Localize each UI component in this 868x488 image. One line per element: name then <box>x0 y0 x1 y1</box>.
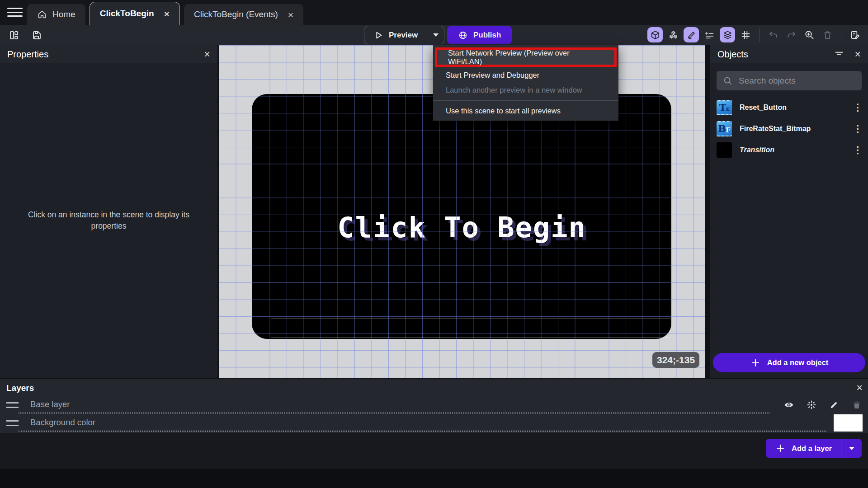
add-layer-button-group: Add a layer <box>766 439 862 458</box>
layers-panel-icon[interactable] <box>720 27 735 42</box>
preview-options-menu: Start Network Preview (Preview over WiFi… <box>433 45 618 121</box>
close-tab-icon[interactable]: × <box>288 10 293 19</box>
layers-panel: Layers × Base layer <box>0 379 868 433</box>
add-layer-label: Add a layer <box>792 444 832 453</box>
globe-icon <box>458 30 468 40</box>
object-name: Reset_Button <box>740 103 787 112</box>
search-icon <box>723 76 733 86</box>
object-name: FireRateStat_Bitmap <box>740 125 811 133</box>
click-to-begin-text-object[interactable]: Click To Begin <box>337 211 586 244</box>
layer-effects-icon[interactable] <box>806 399 817 411</box>
plus-icon <box>775 443 786 454</box>
3d-view-toggle-icon[interactable] <box>647 27 663 42</box>
toolbar-divider <box>841 28 841 42</box>
tab-home[interactable]: Home <box>27 4 85 25</box>
cursor-coordinates-badge: 324;-135 <box>652 352 699 368</box>
tab-label: Home <box>52 9 75 19</box>
preview-button[interactable]: Preview <box>364 26 427 44</box>
add-layer-button[interactable]: Add a layer <box>766 439 841 458</box>
object-options-icon[interactable]: ⋮ <box>853 102 863 113</box>
menu-divider <box>433 100 618 101</box>
tab-label: ClickToBegin (Events) <box>194 9 278 19</box>
chevron-down-icon <box>849 447 854 450</box>
sprite-object-icon <box>717 142 732 158</box>
menu-item-launch-another-preview: Launch another preview in a new window <box>433 83 618 98</box>
add-layer-options-button[interactable] <box>841 439 862 458</box>
search-input[interactable] <box>739 76 855 86</box>
layers-panel-footer: Add a layer <box>0 433 868 469</box>
save-icon[interactable] <box>30 28 43 42</box>
delete-trash-icon[interactable] <box>820 27 835 42</box>
close-objects-icon[interactable]: × <box>855 49 861 60</box>
object-row-fireratestat-bitmap[interactable]: BF FireRateStat_Bitmap ⋮ <box>710 118 868 139</box>
object-options-icon[interactable]: ⋮ <box>853 123 863 134</box>
object-row-reset-button[interactable]: Tx Reset_Button ⋮ <box>710 97 868 118</box>
close-properties-icon[interactable]: × <box>204 49 210 60</box>
instance-selection-rect <box>271 319 671 338</box>
bottom-bar <box>0 469 868 488</box>
highlight-annotation-red-box: Start Network Preview (Preview over WiFi… <box>435 47 617 67</box>
object-name: Transition <box>740 146 774 154</box>
layer-edit-pencil-icon[interactable] <box>828 399 840 411</box>
zoom-in-icon[interactable] <box>802 27 817 42</box>
properties-empty-message: Click on an instance in the scene to dis… <box>19 209 199 232</box>
object-options-icon[interactable]: ⋮ <box>853 145 863 155</box>
tab-scene-clicktobegin[interactable]: ClickToBegin × <box>90 2 180 25</box>
layers-panel-title: Layers <box>6 383 34 393</box>
plus-icon <box>750 357 761 368</box>
objects-panel-title: Objects <box>717 49 748 60</box>
undo-icon[interactable] <box>765 27 781 42</box>
toolbar-divider <box>759 28 760 42</box>
tab-label: ClickToBegin <box>100 9 154 19</box>
properties-panel-title: Properties <box>7 49 48 60</box>
open-panels-icon[interactable] <box>7 28 21 42</box>
preview-button-label: Preview <box>389 31 418 40</box>
filter-icon[interactable] <box>834 48 844 60</box>
publish-button[interactable]: Publish <box>447 26 512 44</box>
text-object-icon: Tx <box>717 100 732 115</box>
toolbar: Preview Publish <box>0 25 868 45</box>
edit-scene-properties-icon[interactable] <box>847 27 863 42</box>
background-color-swatch[interactable] <box>834 414 863 432</box>
redo-icon[interactable] <box>783 27 799 42</box>
close-layers-icon[interactable]: × <box>857 382 863 394</box>
tab-bar: Home ClickToBegin × ClickToBegin (Events… <box>0 0 868 25</box>
layer-name: Background color <box>30 418 95 427</box>
home-icon <box>37 9 47 19</box>
layer-delete-trash-icon[interactable] <box>851 399 863 411</box>
add-new-object-button[interactable]: Add a new object <box>713 353 865 372</box>
object-properties-list-icon[interactable] <box>702 27 717 42</box>
edit-mode-pencil-icon[interactable] <box>684 27 699 42</box>
grid-toggle-icon[interactable] <box>738 27 753 42</box>
preview-options-dropdown-button[interactable] <box>427 26 444 44</box>
play-icon <box>373 30 383 40</box>
objects-search-box <box>717 71 862 90</box>
instances-list-icon[interactable] <box>665 27 681 42</box>
chevron-down-icon <box>433 33 439 37</box>
layer-row-background-color[interactable]: Background color <box>6 414 863 432</box>
layer-row-base-layer[interactable]: Base layer <box>6 396 863 413</box>
drag-handle-icon[interactable] <box>6 402 19 408</box>
objects-panel: Objects × Tx Reset_Button ⋮ BF FireRateS… <box>710 45 868 378</box>
properties-panel: Properties × Click on an instance in the… <box>0 45 217 378</box>
publish-button-label: Publish <box>473 31 501 40</box>
layer-name: Base layer <box>30 399 70 409</box>
preview-button-group: Preview <box>364 26 444 44</box>
menu-item-use-scene-start-previews[interactable]: Use this scene to start all previews <box>433 103 618 118</box>
gdevelop-editor-window: Home ClickToBegin × ClickToBegin (Events… <box>0 0 868 488</box>
tab-events-clicktobegin[interactable]: ClickToBegin (Events) × <box>184 4 303 25</box>
add-object-label: Add a new object <box>767 358 829 367</box>
object-row-transition[interactable]: Transition ⋮ <box>710 139 868 160</box>
menu-item-start-preview-debugger[interactable]: Start Preview and Debugger <box>433 68 618 83</box>
close-tab-icon[interactable]: × <box>164 9 170 19</box>
drag-handle-icon[interactable] <box>6 420 19 426</box>
bitmap-font-object-icon: BF <box>717 121 732 136</box>
layer-visibility-eye-icon[interactable] <box>783 399 795 411</box>
main-menu-button[interactable] <box>7 8 23 18</box>
menu-item-start-network-preview[interactable]: Start Network Preview (Preview over WiFi… <box>437 50 614 65</box>
